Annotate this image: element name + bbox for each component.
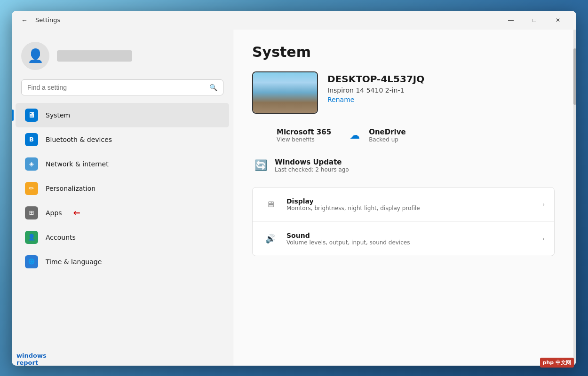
personalization-icon: ✏ [25,182,38,195]
wr-line1: windows [16,352,47,360]
sidebar-item-accounts[interactable]: 👤 Accounts [16,225,229,250]
device-image-inner [253,72,317,113]
sound-subtitle: Volume levels, output, input, sound devi… [286,239,542,246]
user-name-placeholder [57,50,132,62]
sidebar-item-system[interactable]: 🖥 System [16,103,229,127]
quick-links: Microsoft 365 View benefits ☁ OneDrive B… [252,127,555,144]
windows-update-info: Windows Update Last checked: 2 hours ago [275,158,349,173]
device-rename-link[interactable]: Rename [327,96,424,103]
sidebar-item-bluetooth[interactable]: B Bluetooth & devices [16,127,229,152]
onedrive-subtitle: Backed up [369,136,406,143]
ms365-title: Microsoft 365 [277,128,331,136]
sidebar-item-time[interactable]: 🌐 Time & language [16,250,229,274]
search-button[interactable]: 🔍 [209,84,217,91]
titlebar-title: Settings [35,16,60,24]
sound-title: Sound [286,232,542,239]
user-icon: 👤 [27,48,44,63]
sound-chevron-icon: › [542,235,545,242]
red-arrow-icon: ← [73,208,80,218]
onedrive-title: OneDrive [369,128,406,136]
display-info: Display Monitors, brightness, night ligh… [286,197,542,212]
accounts-icon: 👤 [25,231,38,244]
settings-card-sound[interactable]: 🔊 Sound Volume levels, output, input, so… [253,222,554,256]
onedrive-icon: ☁ [346,127,363,144]
titlebar-controls: — □ ✕ [500,13,569,28]
scroll-thumb [573,48,576,105]
sound-icon: 🔊 [262,230,279,247]
display-subtitle: Monitors, brightness, night light, displ… [286,205,542,212]
sidebar-item-label-system: System [46,111,70,119]
titlebar-left: ← Settings [19,15,500,26]
sound-info: Sound Volume levels, output, input, soun… [286,232,542,246]
device-image [252,71,318,114]
quick-link-ms365[interactable]: Microsoft 365 View benefits [254,127,331,144]
user-section: 👤 [12,37,233,79]
system-icon: 🖥 [25,109,38,122]
sidebar-item-label-network: Network & internet [46,160,109,168]
time-icon: 🌐 [25,255,38,268]
settings-card-display[interactable]: 🖥 Display Monitors, brightness, night li… [253,188,554,222]
sidebar: 👤 🔍 🖥 System B Bluetooth & devices ◈ Net [12,30,233,366]
settings-window: ← Settings — □ ✕ 👤 🔍 [12,11,576,366]
display-title: Display [286,197,542,205]
device-info: DESKTOP-4L537JQ Inspiron 14 5410 2-in-1 … [327,71,424,103]
wr-line2: report [16,359,47,367]
watermark-windows-report: windows report [16,352,47,367]
device-model: Inspiron 14 5410 2-in-1 [327,86,424,94]
page-title: System [252,44,555,60]
sidebar-item-network[interactable]: ◈ Network & internet [16,152,229,176]
ms365-info: Microsoft 365 View benefits [277,128,331,143]
sidebar-item-label-apps: Apps [46,209,62,217]
avatar[interactable]: 👤 [21,42,49,70]
titlebar: ← Settings — □ ✕ [12,11,576,30]
quick-link-onedrive[interactable]: ☁ OneDrive Backed up [346,127,406,144]
content-area: System DESKTOP-4L537JQ Inspiron 14 5410 … [233,30,573,366]
search-box: 🔍 [21,79,223,95]
back-button[interactable]: ← [19,15,30,26]
sidebar-item-label-time: Time & language [46,258,102,266]
sidebar-item-label-personalization: Personalization [46,185,95,192]
apps-icon: ⊞ [25,206,38,219]
search-input[interactable] [27,84,206,91]
maximize-button[interactable]: □ [524,13,545,28]
sidebar-item-label-accounts: Accounts [46,234,76,241]
minimize-button[interactable]: — [500,13,522,28]
bluetooth-icon: B [25,133,38,146]
scroll-indicator[interactable] [573,30,576,366]
windows-update-icon: 🔄 [252,157,269,174]
ms365-subtitle: View benefits [277,136,331,143]
windows-update-subtitle: Last checked: 2 hours ago [275,166,349,173]
sidebar-item-label-bluetooth: Bluetooth & devices [46,136,112,143]
device-name: DESKTOP-4L537JQ [327,73,424,85]
settings-card-group: 🖥 Display Monitors, brightness, night li… [252,187,555,256]
main-content: 👤 🔍 🖥 System B Bluetooth & devices ◈ Net [12,30,576,366]
close-button[interactable]: ✕ [547,13,569,28]
windows-update-title: Windows Update [275,158,349,166]
sidebar-item-apps[interactable]: ⊞ Apps ← [16,201,229,225]
display-icon: 🖥 [262,196,279,213]
arrow-annotation: ← [73,208,80,218]
onedrive-info: OneDrive Backed up [369,128,406,143]
network-icon: ◈ [25,157,38,171]
windows-update-row[interactable]: 🔄 Windows Update Last checked: 2 hours a… [252,157,555,174]
sidebar-item-personalization[interactable]: ✏ Personalization [16,176,229,201]
watermark-php: php 中文网 [540,358,574,368]
device-section: DESKTOP-4L537JQ Inspiron 14 5410 2-in-1 … [252,71,555,114]
ms365-icon [254,127,271,144]
display-chevron-icon: › [542,201,545,208]
